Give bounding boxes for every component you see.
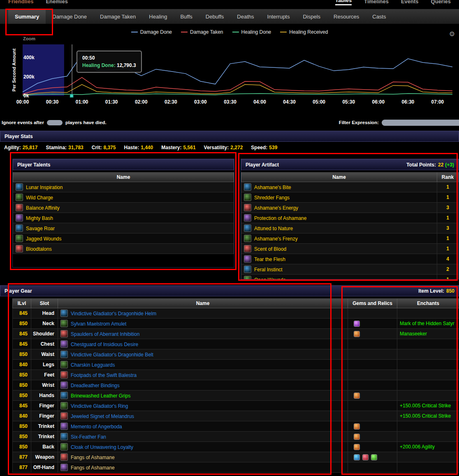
gear-gems-cell bbox=[348, 308, 397, 319]
purple-gem-icon[interactable] bbox=[354, 321, 360, 327]
nav-item-events[interactable]: Events bbox=[401, 0, 419, 5]
artifact-trait-link[interactable]: Open Wounds bbox=[254, 277, 286, 280]
nav-item-friendlies[interactable]: Friendlies bbox=[8, 0, 33, 5]
nav-item-timelines[interactable]: Timelines bbox=[364, 0, 389, 5]
filter-expression-group: Filter Expression: bbox=[339, 118, 459, 127]
orange-gem-icon[interactable] bbox=[354, 331, 360, 337]
selection-handle-marker[interactable] bbox=[70, 94, 73, 97]
red-gem-icon[interactable] bbox=[362, 454, 369, 460]
artifact-trait-link[interactable]: Ashamane's Energy bbox=[254, 205, 298, 211]
legend-item[interactable]: Damage Done bbox=[131, 29, 172, 35]
artifact-trait-link[interactable]: Ashamane's Bite bbox=[254, 185, 291, 190]
gear-item-link[interactable]: Vindictive Gladiator's Dragonhide Belt bbox=[71, 352, 153, 358]
artifact-trait-link[interactable]: Protection of Ashamane bbox=[254, 215, 306, 221]
gear-enchant: +150.005 Critical Strike bbox=[397, 401, 459, 411]
legend-label: Damage Taken bbox=[190, 29, 223, 35]
legend-swatch-icon bbox=[232, 32, 239, 32]
talent-name-link[interactable]: Lunar Inspiration bbox=[26, 185, 63, 190]
talent-icon bbox=[16, 204, 23, 211]
series-line-healing-received bbox=[23, 85, 452, 95]
talent-icon bbox=[16, 235, 23, 242]
talent-name-link[interactable]: Wild Charge bbox=[26, 195, 53, 201]
gear-item-link[interactable]: Brinewashed Leather Grips bbox=[71, 393, 130, 399]
artifact-trait-link[interactable]: Tear the Flesh bbox=[254, 256, 285, 262]
talent-name-link[interactable]: Balance Affinity bbox=[26, 205, 60, 211]
orange-gem-icon[interactable] bbox=[354, 444, 360, 450]
tab-damage-taken[interactable]: Damage Taken bbox=[93, 9, 142, 24]
gear-row: 840LegsCharskin Legguards bbox=[13, 360, 459, 370]
gear-item-link[interactable]: Fangs of Ashamane bbox=[71, 465, 115, 471]
gear-item-name-cell: Cloak of Unwavering Loyalty bbox=[58, 442, 348, 452]
per-second-amount-chart[interactable]: 0k200k400k00:0000:3001:0001:3002:0002:30… bbox=[0, 41, 459, 108]
player-artifact-panel: Player Artifact Total Points:22(+3) Name… bbox=[241, 159, 459, 280]
tab-resources[interactable]: Resources bbox=[327, 9, 366, 24]
talent-name-link[interactable]: Mighty Bash bbox=[26, 215, 53, 221]
artifact-trait-icon bbox=[244, 255, 251, 263]
tab-damage-done[interactable]: Damage Done bbox=[46, 9, 93, 24]
talent-row: Lunar Inspiration bbox=[13, 182, 234, 192]
artifact-trait-rank: 3 bbox=[437, 203, 459, 213]
gear-item-link[interactable]: Cloak of Unwavering Loyalty bbox=[71, 444, 133, 450]
tab-summary[interactable]: Summary bbox=[8, 9, 46, 24]
artifact-trait-link[interactable]: Attuned to Nature bbox=[254, 226, 293, 231]
player-stat-haste: Haste:1,440 bbox=[124, 145, 153, 150]
tab-buffs[interactable]: Buffs bbox=[174, 9, 199, 24]
player-stat-speed: Speed:539 bbox=[251, 145, 277, 150]
chart-settings-gear-icon[interactable]: ⚙ bbox=[449, 30, 455, 38]
legend-item[interactable]: Healing Received bbox=[280, 29, 328, 35]
gear-item-link[interactable]: Spaulders of Aberrant Inhibition bbox=[71, 331, 139, 337]
artifact-trait-name-cell: Ashamane's Bite bbox=[241, 182, 437, 192]
gear-item-link[interactable]: Sylvan Maelstrom Amulet bbox=[71, 321, 126, 327]
gear-item-link[interactable]: Vindictive Gladiator's Dragonhide Helm bbox=[71, 311, 156, 317]
tab-casts[interactable]: Casts bbox=[366, 9, 392, 24]
artifact-trait-link[interactable]: Shredder Fangs bbox=[254, 195, 290, 201]
filter-expression-input[interactable] bbox=[382, 120, 459, 126]
gear-item-link[interactable]: Memento of Angerboda bbox=[71, 424, 122, 430]
orange-gem-icon[interactable] bbox=[354, 393, 360, 399]
nav-item-tables[interactable]: Tables bbox=[335, 0, 352, 5]
gear-item-link[interactable]: Jeweled Signet of Melandrus bbox=[71, 414, 134, 419]
artifact-trait-rank: 4 bbox=[437, 254, 459, 264]
artifact-trait-link[interactable]: Ashamane's Frenzy bbox=[254, 236, 298, 242]
player-talents-title: Player Talents bbox=[17, 162, 50, 168]
gear-row: 850FeetFootpads of the Swift Balestra bbox=[13, 370, 459, 380]
talent-name-link[interactable]: Bloodtalons bbox=[26, 246, 52, 252]
gear-slot: Finger bbox=[31, 401, 58, 411]
gear-slot: Head bbox=[31, 308, 58, 319]
gear-item-link[interactable]: Vindictive Gladiator's Ring bbox=[71, 403, 128, 409]
stat-label: Crit: bbox=[92, 145, 102, 150]
gear-gems-column-header: Gems and Relics bbox=[348, 299, 397, 308]
gear-item-icon bbox=[60, 310, 68, 317]
tab-healing[interactable]: Healing bbox=[142, 9, 174, 24]
gear-item-link[interactable]: Charskin Legguards bbox=[71, 362, 115, 368]
talent-name-cell: Jagged Wounds bbox=[13, 233, 234, 244]
gear-item-link[interactable]: Footpads of the Swift Balestra bbox=[71, 372, 137, 378]
legend-item[interactable]: Damage Taken bbox=[181, 29, 223, 35]
gear-item-link[interactable]: Dreadleather Bindings bbox=[71, 383, 120, 388]
tab-debuffs[interactable]: Debuffs bbox=[199, 9, 231, 24]
artifact-trait-link[interactable]: Feral Instinct bbox=[254, 267, 283, 273]
gear-item-link[interactable]: Chestguard of Insidious Desire bbox=[71, 342, 138, 347]
gear-gems-cell bbox=[348, 360, 397, 370]
ignore-events-count-input[interactable] bbox=[47, 120, 63, 125]
gear-item-link[interactable]: Six-Feather Fan bbox=[71, 434, 106, 440]
legend-item[interactable]: Healing Done bbox=[232, 29, 271, 35]
gear-ilvl: 877 bbox=[13, 452, 31, 462]
gear-item-name-cell: Six-Feather Fan bbox=[58, 432, 348, 442]
blue-gem-icon[interactable] bbox=[354, 454, 360, 460]
green-gem-icon[interactable] bbox=[371, 454, 377, 460]
artifact-trait-link[interactable]: Scent of Blood bbox=[254, 246, 286, 252]
tab-interrupts[interactable]: Interrupts bbox=[261, 9, 297, 24]
gear-gems-cell bbox=[348, 401, 397, 411]
tab-deaths[interactable]: Deaths bbox=[230, 9, 260, 24]
orange-gem-icon[interactable] bbox=[354, 434, 360, 440]
tab-dispels[interactable]: Dispels bbox=[296, 9, 327, 24]
nav-item-queries[interactable]: Queries bbox=[431, 0, 451, 5]
artifact-trait-rank: 2 bbox=[437, 264, 459, 275]
gear-slot: Finger bbox=[31, 411, 58, 421]
orange-gem-icon[interactable] bbox=[354, 423, 360, 430]
gear-item-link[interactable]: Fangs of Ashamane bbox=[71, 455, 115, 460]
talent-name-link[interactable]: Jagged Wounds bbox=[26, 236, 62, 242]
nav-item-enemies[interactable]: Enemies bbox=[46, 0, 67, 5]
talent-name-link[interactable]: Savage Roar bbox=[26, 226, 55, 231]
